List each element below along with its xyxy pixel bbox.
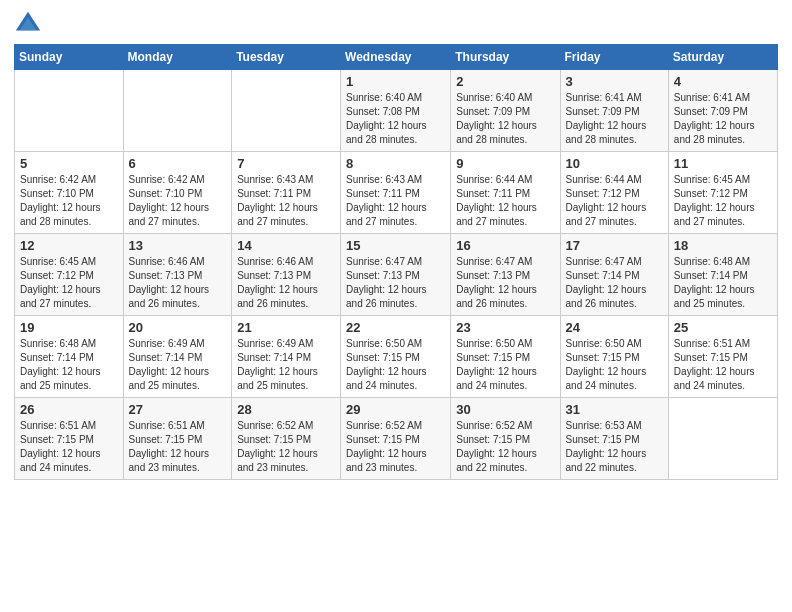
day-cell: 13Sunrise: 6:46 AM Sunset: 7:13 PM Dayli… <box>123 234 232 316</box>
day-cell: 3Sunrise: 6:41 AM Sunset: 7:09 PM Daylig… <box>560 70 668 152</box>
day-info: Sunrise: 6:47 AM Sunset: 7:13 PM Dayligh… <box>346 255 445 311</box>
day-cell: 8Sunrise: 6:43 AM Sunset: 7:11 PM Daylig… <box>341 152 451 234</box>
day-number: 27 <box>129 402 227 417</box>
weekday-header-thursday: Thursday <box>451 45 560 70</box>
day-cell: 19Sunrise: 6:48 AM Sunset: 7:14 PM Dayli… <box>15 316 124 398</box>
day-info: Sunrise: 6:42 AM Sunset: 7:10 PM Dayligh… <box>129 173 227 229</box>
calendar-table: SundayMondayTuesdayWednesdayThursdayFrid… <box>14 44 778 480</box>
day-number: 9 <box>456 156 554 171</box>
day-info: Sunrise: 6:41 AM Sunset: 7:09 PM Dayligh… <box>674 91 772 147</box>
day-cell: 1Sunrise: 6:40 AM Sunset: 7:08 PM Daylig… <box>341 70 451 152</box>
day-info: Sunrise: 6:46 AM Sunset: 7:13 PM Dayligh… <box>129 255 227 311</box>
day-info: Sunrise: 6:43 AM Sunset: 7:11 PM Dayligh… <box>346 173 445 229</box>
day-cell: 4Sunrise: 6:41 AM Sunset: 7:09 PM Daylig… <box>668 70 777 152</box>
day-number: 6 <box>129 156 227 171</box>
weekday-header-tuesday: Tuesday <box>232 45 341 70</box>
day-number: 8 <box>346 156 445 171</box>
day-cell: 17Sunrise: 6:47 AM Sunset: 7:14 PM Dayli… <box>560 234 668 316</box>
day-cell: 22Sunrise: 6:50 AM Sunset: 7:15 PM Dayli… <box>341 316 451 398</box>
day-info: Sunrise: 6:45 AM Sunset: 7:12 PM Dayligh… <box>20 255 118 311</box>
page: SundayMondayTuesdayWednesdayThursdayFrid… <box>0 0 792 612</box>
day-info: Sunrise: 6:44 AM Sunset: 7:12 PM Dayligh… <box>566 173 663 229</box>
day-cell: 5Sunrise: 6:42 AM Sunset: 7:10 PM Daylig… <box>15 152 124 234</box>
day-info: Sunrise: 6:50 AM Sunset: 7:15 PM Dayligh… <box>346 337 445 393</box>
day-number: 17 <box>566 238 663 253</box>
day-cell: 31Sunrise: 6:53 AM Sunset: 7:15 PM Dayli… <box>560 398 668 480</box>
day-info: Sunrise: 6:53 AM Sunset: 7:15 PM Dayligh… <box>566 419 663 475</box>
day-number: 11 <box>674 156 772 171</box>
day-number: 30 <box>456 402 554 417</box>
day-info: Sunrise: 6:52 AM Sunset: 7:15 PM Dayligh… <box>346 419 445 475</box>
day-cell: 28Sunrise: 6:52 AM Sunset: 7:15 PM Dayli… <box>232 398 341 480</box>
weekday-header-saturday: Saturday <box>668 45 777 70</box>
day-cell: 20Sunrise: 6:49 AM Sunset: 7:14 PM Dayli… <box>123 316 232 398</box>
weekday-header-monday: Monday <box>123 45 232 70</box>
day-info: Sunrise: 6:50 AM Sunset: 7:15 PM Dayligh… <box>566 337 663 393</box>
day-number: 10 <box>566 156 663 171</box>
day-info: Sunrise: 6:45 AM Sunset: 7:12 PM Dayligh… <box>674 173 772 229</box>
day-cell: 15Sunrise: 6:47 AM Sunset: 7:13 PM Dayli… <box>341 234 451 316</box>
day-cell: 7Sunrise: 6:43 AM Sunset: 7:11 PM Daylig… <box>232 152 341 234</box>
header <box>14 10 778 38</box>
week-row-3: 12Sunrise: 6:45 AM Sunset: 7:12 PM Dayli… <box>15 234 778 316</box>
day-info: Sunrise: 6:42 AM Sunset: 7:10 PM Dayligh… <box>20 173 118 229</box>
day-cell: 23Sunrise: 6:50 AM Sunset: 7:15 PM Dayli… <box>451 316 560 398</box>
logo <box>14 10 46 38</box>
weekday-header-friday: Friday <box>560 45 668 70</box>
day-info: Sunrise: 6:49 AM Sunset: 7:14 PM Dayligh… <box>237 337 335 393</box>
day-cell: 21Sunrise: 6:49 AM Sunset: 7:14 PM Dayli… <box>232 316 341 398</box>
weekday-header-row: SundayMondayTuesdayWednesdayThursdayFrid… <box>15 45 778 70</box>
day-cell <box>668 398 777 480</box>
day-cell: 18Sunrise: 6:48 AM Sunset: 7:14 PM Dayli… <box>668 234 777 316</box>
day-info: Sunrise: 6:40 AM Sunset: 7:08 PM Dayligh… <box>346 91 445 147</box>
day-info: Sunrise: 6:43 AM Sunset: 7:11 PM Dayligh… <box>237 173 335 229</box>
day-cell <box>15 70 124 152</box>
day-number: 20 <box>129 320 227 335</box>
day-number: 16 <box>456 238 554 253</box>
day-info: Sunrise: 6:51 AM Sunset: 7:15 PM Dayligh… <box>129 419 227 475</box>
day-cell: 30Sunrise: 6:52 AM Sunset: 7:15 PM Dayli… <box>451 398 560 480</box>
day-number: 19 <box>20 320 118 335</box>
day-number: 18 <box>674 238 772 253</box>
day-number: 26 <box>20 402 118 417</box>
day-number: 23 <box>456 320 554 335</box>
day-info: Sunrise: 6:50 AM Sunset: 7:15 PM Dayligh… <box>456 337 554 393</box>
week-row-5: 26Sunrise: 6:51 AM Sunset: 7:15 PM Dayli… <box>15 398 778 480</box>
day-number: 7 <box>237 156 335 171</box>
day-number: 2 <box>456 74 554 89</box>
week-row-4: 19Sunrise: 6:48 AM Sunset: 7:14 PM Dayli… <box>15 316 778 398</box>
day-info: Sunrise: 6:40 AM Sunset: 7:09 PM Dayligh… <box>456 91 554 147</box>
day-info: Sunrise: 6:44 AM Sunset: 7:11 PM Dayligh… <box>456 173 554 229</box>
day-number: 15 <box>346 238 445 253</box>
day-cell: 9Sunrise: 6:44 AM Sunset: 7:11 PM Daylig… <box>451 152 560 234</box>
day-number: 31 <box>566 402 663 417</box>
day-cell: 16Sunrise: 6:47 AM Sunset: 7:13 PM Dayli… <box>451 234 560 316</box>
day-info: Sunrise: 6:52 AM Sunset: 7:15 PM Dayligh… <box>456 419 554 475</box>
day-info: Sunrise: 6:41 AM Sunset: 7:09 PM Dayligh… <box>566 91 663 147</box>
day-cell: 24Sunrise: 6:50 AM Sunset: 7:15 PM Dayli… <box>560 316 668 398</box>
day-info: Sunrise: 6:46 AM Sunset: 7:13 PM Dayligh… <box>237 255 335 311</box>
day-info: Sunrise: 6:48 AM Sunset: 7:14 PM Dayligh… <box>20 337 118 393</box>
day-info: Sunrise: 6:49 AM Sunset: 7:14 PM Dayligh… <box>129 337 227 393</box>
day-info: Sunrise: 6:48 AM Sunset: 7:14 PM Dayligh… <box>674 255 772 311</box>
day-number: 22 <box>346 320 445 335</box>
day-info: Sunrise: 6:51 AM Sunset: 7:15 PM Dayligh… <box>674 337 772 393</box>
day-info: Sunrise: 6:52 AM Sunset: 7:15 PM Dayligh… <box>237 419 335 475</box>
day-cell: 27Sunrise: 6:51 AM Sunset: 7:15 PM Dayli… <box>123 398 232 480</box>
day-cell: 11Sunrise: 6:45 AM Sunset: 7:12 PM Dayli… <box>668 152 777 234</box>
day-number: 14 <box>237 238 335 253</box>
day-cell <box>232 70 341 152</box>
day-cell: 14Sunrise: 6:46 AM Sunset: 7:13 PM Dayli… <box>232 234 341 316</box>
day-number: 29 <box>346 402 445 417</box>
day-cell: 25Sunrise: 6:51 AM Sunset: 7:15 PM Dayli… <box>668 316 777 398</box>
day-info: Sunrise: 6:51 AM Sunset: 7:15 PM Dayligh… <box>20 419 118 475</box>
day-number: 5 <box>20 156 118 171</box>
day-number: 13 <box>129 238 227 253</box>
day-cell: 2Sunrise: 6:40 AM Sunset: 7:09 PM Daylig… <box>451 70 560 152</box>
day-cell: 6Sunrise: 6:42 AM Sunset: 7:10 PM Daylig… <box>123 152 232 234</box>
day-cell: 12Sunrise: 6:45 AM Sunset: 7:12 PM Dayli… <box>15 234 124 316</box>
weekday-header-sunday: Sunday <box>15 45 124 70</box>
day-cell <box>123 70 232 152</box>
day-cell: 26Sunrise: 6:51 AM Sunset: 7:15 PM Dayli… <box>15 398 124 480</box>
logo-icon <box>14 10 42 38</box>
